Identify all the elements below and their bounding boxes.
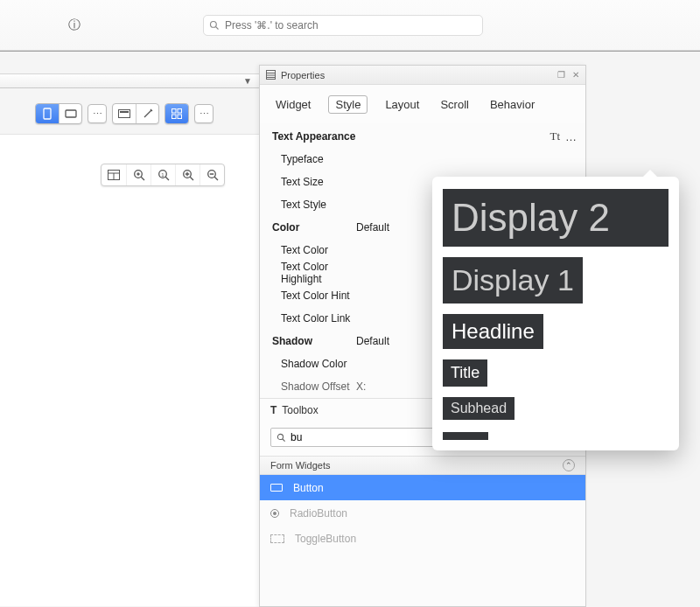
- toolbox-item-button[interactable]: Button: [260, 475, 585, 500]
- zoom-out-button[interactable]: [200, 164, 224, 185]
- option-display-1[interactable]: Display 1: [443, 257, 583, 304]
- chevron-down-icon[interactable]: ▼: [243, 76, 252, 86]
- prop-shadow-color[interactable]: Shadow Color: [260, 358, 356, 370]
- toolbox-title: Toolbox: [282, 404, 318, 416]
- svg-line-22: [190, 177, 193, 180]
- svg-rect-6: [172, 109, 177, 114]
- toolbox-item-radiobutton[interactable]: RadioButton: [260, 500, 585, 526]
- layout-bounds-button[interactable]: [102, 164, 126, 185]
- color-value[interactable]: Default: [356, 221, 409, 234]
- svg-line-19: [165, 177, 169, 180]
- button-icon: [270, 484, 283, 492]
- prop-text-color-hint[interactable]: Text Color Hint: [260, 290, 356, 302]
- zoom-in-button[interactable]: [175, 164, 200, 185]
- search-input[interactable]: [225, 19, 477, 31]
- option-more[interactable]: [443, 432, 488, 440]
- svg-line-33: [283, 439, 285, 442]
- theme-group: [112, 103, 159, 124]
- svg-point-0: [211, 21, 217, 27]
- svg-rect-4: [119, 110, 130, 118]
- zoom-toolbar: 1: [101, 164, 225, 186]
- zoom-actual-button[interactable]: 1: [150, 164, 175, 185]
- prop-typeface[interactable]: Typeface: [260, 153, 356, 165]
- dark-theme-button[interactable]: [136, 104, 158, 123]
- toolbar: ⓘ: [0, 0, 700, 51]
- prop-shadow-offset[interactable]: Shadow Offset: [260, 380, 356, 393]
- search-icon: [209, 20, 220, 31]
- light-theme-button[interactable]: [113, 104, 136, 123]
- prop-text-color-highlight[interactable]: Text Color Highlight: [260, 261, 356, 285]
- svg-point-32: [277, 434, 283, 439]
- option-display-2[interactable]: Display 2: [443, 189, 668, 247]
- phone-landscape-button[interactable]: [59, 104, 81, 123]
- shadow-offset-x: X:: [356, 380, 409, 393]
- shadow-value[interactable]: Default: [356, 335, 409, 347]
- svg-line-14: [141, 177, 144, 180]
- prop-text-style[interactable]: Text Style: [260, 199, 356, 211]
- prop-text-size[interactable]: Text Size: [260, 176, 356, 188]
- text-appearance-popup: Display 2 Display 1 Headline Title Subhe…: [432, 177, 679, 450]
- grid-more-button[interactable]: ⋯: [194, 104, 214, 123]
- prop-text-color-link[interactable]: Text Color Link: [260, 312, 356, 324]
- text-appearance-picker[interactable]: Tt: [550, 129, 560, 143]
- properties-tabs: Widget Style Layout Scroll Behavior: [260, 85, 585, 123]
- view-mode-toolbar: ⋯ ⋯: [35, 103, 214, 124]
- toggle-icon: [270, 534, 284, 543]
- info-icon[interactable]: ⓘ: [68, 17, 80, 33]
- svg-rect-7: [178, 109, 182, 114]
- grid-button[interactable]: [165, 104, 188, 123]
- collapse-icon[interactable]: ⌃: [563, 459, 575, 471]
- properties-header: Properties ❐ ✕: [260, 66, 585, 85]
- svg-line-1: [216, 26, 219, 29]
- grid-group: [164, 103, 189, 124]
- svg-point-17: [137, 173, 139, 175]
- tab-layout[interactable]: Layout: [382, 95, 423, 114]
- zoom-fit-button[interactable]: [126, 164, 150, 185]
- tab-widget[interactable]: Widget: [272, 95, 314, 114]
- tab-style[interactable]: Style: [328, 95, 368, 114]
- section-text-appearance: Text Appearance Tt …: [260, 125, 585, 148]
- device-more-button[interactable]: ⋯: [88, 104, 107, 123]
- prop-text-color[interactable]: Text Color: [260, 244, 356, 256]
- toolbox-section-form-widgets[interactable]: Form Widgets ⌃: [260, 456, 585, 475]
- svg-text:1: 1: [161, 172, 164, 178]
- maximize-icon[interactable]: ❐: [557, 70, 565, 80]
- close-icon[interactable]: ✕: [572, 70, 579, 80]
- tab-behavior[interactable]: Behavior: [486, 95, 538, 114]
- option-title[interactable]: Title: [443, 359, 487, 387]
- svg-rect-8: [172, 115, 177, 119]
- option-subhead[interactable]: Subhead: [443, 397, 514, 420]
- text-appearance-more[interactable]: …: [565, 130, 577, 143]
- toolbox-item-togglebutton[interactable]: ToggleButton: [260, 526, 585, 551]
- phone-portrait-button[interactable]: [36, 104, 59, 123]
- left-panel-header: ▼: [0, 73, 259, 88]
- radio-icon: [270, 509, 279, 518]
- svg-rect-3: [66, 110, 76, 117]
- canvas: [0, 134, 259, 606]
- option-headline[interactable]: Headline: [443, 314, 543, 349]
- svg-rect-5: [120, 111, 129, 113]
- toolbox-icon: T: [270, 404, 276, 416]
- device-group: [35, 103, 82, 124]
- search-icon: [276, 433, 286, 443]
- properties-icon: [266, 70, 276, 80]
- properties-title: Properties: [281, 70, 325, 80]
- svg-rect-2: [44, 108, 51, 119]
- svg-rect-9: [178, 115, 182, 119]
- tab-scroll[interactable]: Scroll: [437, 95, 472, 114]
- global-search[interactable]: [203, 15, 483, 36]
- svg-line-26: [214, 177, 218, 180]
